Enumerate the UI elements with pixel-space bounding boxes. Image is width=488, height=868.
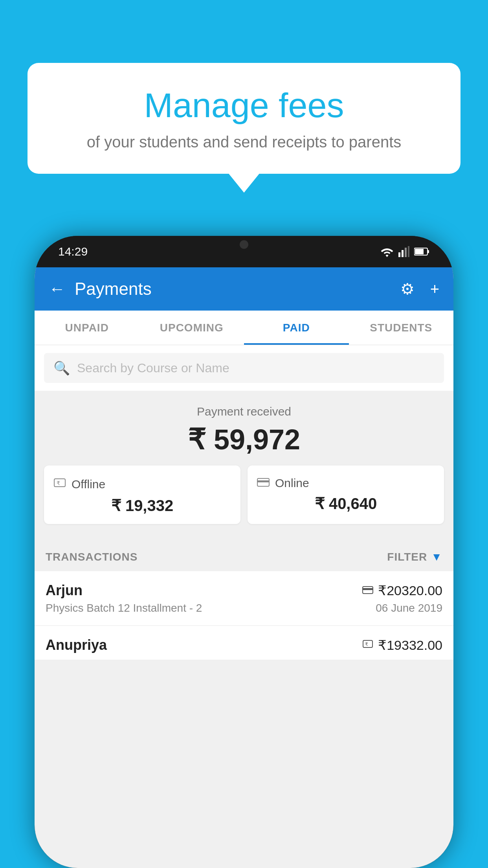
add-icon[interactable]: + [430, 280, 439, 298]
cash-icon: ₹ [53, 476, 66, 492]
transaction-item[interactable]: Arjun ₹20320.00 Physics Batch 12 Install… [35, 571, 453, 626]
online-amount: ₹ 40,640 [257, 495, 435, 513]
settings-icon[interactable]: ⚙ [400, 280, 415, 298]
transactions-header: TRANSACTIONS FILTER ▼ [35, 543, 453, 571]
search-icon: 🔍 [53, 360, 70, 376]
online-label: Online [275, 476, 309, 490]
transaction-amount-wrap: ₹ ₹19332.00 [362, 637, 442, 653]
transaction-name: Arjun [46, 582, 83, 599]
offline-payment-card: ₹ Offline ₹ 19,332 [44, 465, 240, 524]
svg-rect-5 [415, 249, 424, 254]
battery-icon [414, 247, 430, 256]
payment-received-section: Payment received ₹ 59,972 ₹ Offline [35, 391, 453, 543]
status-time: 14:29 [58, 245, 88, 258]
search-container: 🔍 Search by Course or Name [35, 345, 453, 391]
tab-students[interactable]: STUDENTS [349, 311, 454, 345]
search-placeholder: Search by Course or Name [77, 361, 229, 375]
svg-rect-6 [427, 250, 429, 253]
back-button[interactable]: ← [49, 280, 65, 298]
card-icon [257, 477, 270, 489]
svg-rect-12 [363, 588, 373, 590]
bubble-subtitle: of your students and send receipts to pa… [47, 132, 441, 152]
payment-received-label: Payment received [44, 405, 444, 418]
phone-notch [213, 236, 275, 253]
svg-text:₹: ₹ [365, 642, 368, 647]
svg-text:₹: ₹ [57, 480, 60, 486]
transaction-amount: ₹20320.00 [378, 583, 442, 598]
offline-label: Offline [72, 478, 105, 491]
phone-device: 14:29 ← [35, 236, 453, 868]
tab-paid[interactable]: PAID [244, 311, 349, 345]
svg-rect-2 [405, 248, 407, 257]
tab-upcoming[interactable]: UPCOMING [139, 311, 244, 345]
svg-rect-0 [398, 252, 400, 257]
signal-icon [398, 246, 409, 257]
app-bar: ← Payments ⚙ + [35, 267, 453, 311]
online-payment-card: Online ₹ 40,640 [248, 465, 444, 524]
payment-cards: ₹ Offline ₹ 19,332 [44, 465, 444, 533]
filter-button[interactable]: FILTER ▼ [387, 551, 442, 563]
transaction-date: 06 June 2019 [376, 602, 442, 614]
screen-title: Payments [75, 279, 385, 299]
search-bar[interactable]: 🔍 Search by Course or Name [44, 353, 444, 383]
status-bar: 14:29 [35, 236, 453, 267]
filter-icon: ▼ [431, 551, 442, 563]
transaction-item-partial[interactable]: Anupriya ₹ ₹19332.00 [35, 626, 453, 660]
camera [240, 240, 248, 249]
offline-card-header: ₹ Offline [53, 476, 231, 492]
status-icons [380, 246, 430, 257]
tabs-container: UNPAID UPCOMING PAID STUDENTS [35, 311, 453, 345]
payment-received-amount: ₹ 59,972 [44, 423, 444, 456]
phone-screen: ← Payments ⚙ + UNPAID UPCOMING PAID STUD… [35, 267, 453, 868]
online-card-header: Online [257, 476, 435, 490]
svg-rect-10 [257, 480, 269, 482]
payment-type-icon [362, 585, 373, 597]
svg-rect-1 [402, 250, 404, 257]
offline-amount: ₹ 19,332 [53, 497, 231, 515]
transaction-amount: ₹19332.00 [378, 637, 442, 653]
transaction-name: Anupriya [46, 637, 107, 653]
wifi-icon [380, 246, 394, 257]
transaction-amount-wrap: ₹20320.00 [362, 583, 442, 598]
transactions-label: TRANSACTIONS [46, 551, 138, 563]
cash-payment-icon: ₹ [362, 638, 373, 652]
bubble-title: Manage fees [47, 86, 441, 125]
transaction-course: Physics Batch 12 Installment - 2 [46, 602, 202, 614]
svg-rect-3 [408, 246, 409, 257]
tab-unpaid[interactable]: UNPAID [35, 311, 139, 345]
speech-bubble: Manage fees of your students and send re… [28, 63, 460, 174]
